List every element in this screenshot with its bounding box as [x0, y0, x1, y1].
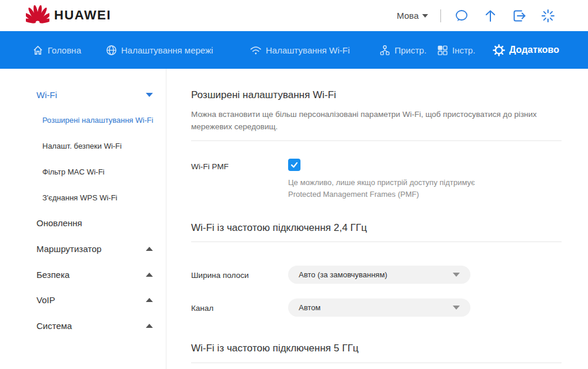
bandwidth-label: Ширина полоси [191, 271, 249, 280]
brand-name: HUAWEI [54, 8, 111, 23]
tools-grid-icon [437, 45, 448, 56]
bandwidth-select-value: Авто (за замовчуванням) [299, 270, 387, 279]
sidebar-item-voip[interactable]: VoIP [0, 292, 166, 307]
logout-icon[interactable] [511, 8, 527, 24]
sidebar-item-label: З'єднання WPS Wi-Fi [0, 193, 118, 202]
sidebar-item-router[interactable]: Маршрутизатор [0, 241, 166, 256]
nav-item-label: Налаштування мережі [121, 45, 213, 55]
nav-item-label: Додатково [509, 45, 559, 55]
section-title-5ghz: Wi-Fi із частотою підключення 5 ГГц [191, 341, 359, 355]
nav-item-wifi-settings[interactable]: Налаштування Wi-Fi [250, 31, 350, 69]
gear-icon [493, 44, 505, 56]
chevron-down-icon [422, 14, 428, 18]
nav-item-tools[interactable]: Інстр. [437, 31, 475, 69]
check-icon [290, 160, 299, 169]
sidebar-item-system[interactable]: Система [0, 318, 166, 333]
chevron-down-icon [453, 273, 460, 277]
nav-item-devices[interactable]: Пристр. [379, 31, 426, 69]
header-actions: Мова [397, 0, 556, 31]
wifi-icon [250, 45, 262, 56]
main-navbar: Головна Налаштування мережі Налаштування… [0, 31, 588, 69]
pmf-checkbox[interactable] [288, 159, 300, 171]
main-content: Розширені налаштування Wi-Fi Можна встан… [191, 69, 562, 369]
sidebar-item-wifi-security-settings[interactable]: Налашт. безпеки Wi-Fi [0, 138, 166, 153]
channel-select-value: Автом [299, 303, 320, 312]
chat-icon[interactable] [453, 8, 470, 24]
router-admin-page: HUAWEI Мова [0, 0, 588, 369]
sidebar-item-update[interactable]: Оновлення [0, 215, 166, 230]
huawei-logo: HUAWEI [26, 5, 111, 25]
sidebar-item-label: Оновлення [0, 218, 82, 228]
huawei-flower-icon [26, 5, 49, 25]
sidebar-item-label: Wi-Fi [0, 90, 57, 100]
language-label: Мова [397, 11, 419, 21]
chevron-up-icon [146, 247, 153, 251]
chevron-down-icon [453, 306, 460, 310]
sidebar-item-label: Розширені налаштування Wi-Fi [0, 116, 153, 125]
bandwidth-select[interactable]: Авто (за замовчуванням) [288, 266, 470, 284]
language-dropdown[interactable]: Мова [397, 11, 428, 21]
divider [191, 140, 562, 141]
nav-item-network-settings[interactable]: Налаштування мережі [106, 31, 213, 69]
loading-spinner-icon[interactable] [540, 8, 556, 24]
channel-label: Канал [191, 304, 213, 313]
pmf-help-text: Це можливо, лише якщо пристрій доступу п… [288, 177, 494, 200]
sidebar-item-label: Безпека [0, 270, 69, 280]
page-title: Розширені налаштування Wi-Fi [191, 88, 336, 102]
sidebar-item-label: VoIP [0, 295, 55, 305]
top-header: HUAWEI Мова [0, 0, 588, 31]
header-divider [440, 9, 441, 22]
sidebar-item-wifi-mac-filter[interactable]: Фільтр MAC Wi-Fi [0, 164, 166, 179]
chevron-up-icon [146, 298, 153, 302]
pmf-label: Wi-Fi PMF [191, 162, 229, 171]
nav-item-label: Інстр. [452, 45, 475, 55]
divider [191, 241, 562, 242]
nav-item-label: Головна [48, 45, 81, 55]
divider [191, 363, 562, 363]
sidebar-item-label: Система [0, 321, 72, 331]
chevron-down-icon [146, 93, 153, 97]
chevron-up-icon [146, 273, 153, 277]
chevron-up-icon [146, 324, 153, 328]
sidebar-item-security[interactable]: Безпека [0, 267, 166, 282]
sidebar: Wi-Fi Розширені налаштування Wi-Fi Налаш… [0, 69, 166, 369]
sidebar-item-label: Фільтр MAC Wi-Fi [0, 167, 105, 176]
sidebar-item-label: Маршрутизатор [0, 244, 102, 254]
sidebar-item-wifi[interactable]: Wi-Fi [0, 87, 166, 102]
sidebar-item-label: Налашт. безпеки Wi-Fi [0, 142, 122, 150]
sidebar-item-advanced-wifi-settings[interactable]: Розширені налаштування Wi-Fi [0, 112, 166, 128]
channel-select[interactable]: Автом [288, 298, 470, 317]
page-description: Можна встановити ще більш персоналізован… [191, 108, 562, 133]
nav-item-advanced[interactable]: Додатково [493, 31, 559, 69]
sidebar-item-wifi-wps-connection[interactable]: З'єднання WPS Wi-Fi [0, 190, 166, 205]
home-icon [32, 45, 44, 56]
globe-icon [106, 45, 117, 56]
nav-item-home[interactable]: Головна [32, 31, 81, 69]
section-title-24ghz: Wi-Fi із частотою підключення 2,4 ГГц [191, 221, 367, 235]
nav-item-label: Налаштування Wi-Fi [266, 45, 350, 55]
devices-topology-icon [379, 45, 390, 56]
upload-arrow-icon[interactable] [482, 8, 499, 24]
nav-item-label: Пристр. [395, 45, 426, 55]
